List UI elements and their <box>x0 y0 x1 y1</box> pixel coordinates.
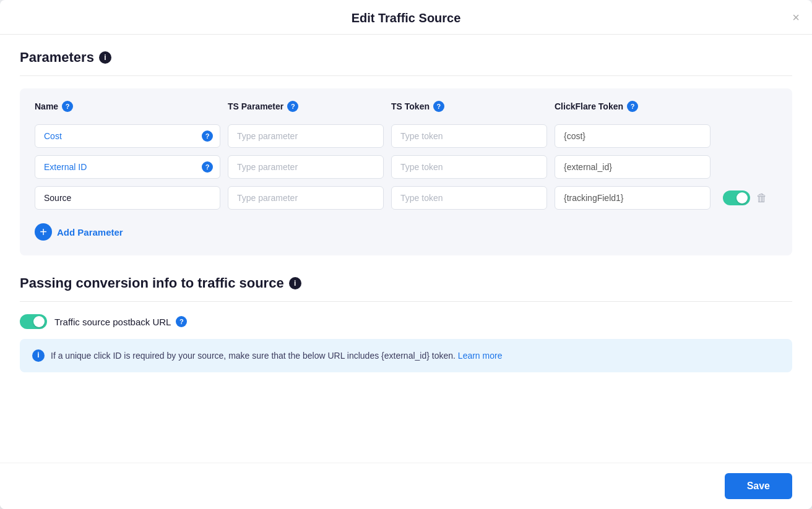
col-header-ts-token: TS Token ? <box>391 101 555 121</box>
name-input-0[interactable] <box>35 124 220 148</box>
row-toggle-label-2[interactable] <box>723 190 750 205</box>
row-toggle-2[interactable] <box>723 190 750 205</box>
delete-row-icon-2[interactable]: 🗑 <box>756 192 767 203</box>
learn-more-link[interactable]: Learn more <box>458 351 503 361</box>
clickflare-token-input-0[interactable] <box>555 124 710 148</box>
ts-parameter-col-help-icon[interactable]: ? <box>287 101 298 112</box>
name-input-1[interactable] <box>35 155 220 179</box>
col-header-clickflare-token: ClickFlare Token ? <box>555 101 777 121</box>
modal-header: Edit Traffic Source × <box>0 0 812 35</box>
table-row: ? <box>35 152 777 182</box>
ts-parameter-input-2[interactable] <box>228 186 384 210</box>
passing-section-info-icon[interactable]: i <box>289 277 301 289</box>
modal-title: Edit Traffic Source <box>352 11 461 25</box>
ts-parameter-input-0[interactable] <box>228 124 384 148</box>
parameters-info-icon[interactable]: i <box>99 51 111 64</box>
ts-token-input-0[interactable] <box>391 124 547 148</box>
col-header-name: Name ? <box>35 101 228 121</box>
params-table-container: Name ? TS Parameter ? <box>20 88 792 255</box>
table-row: ? <box>35 121 777 152</box>
passing-section-title: Passing conversion info to traffic sourc… <box>20 275 792 291</box>
parameters-section: Parameters i Name ? <box>20 49 792 255</box>
ts-token-input-1[interactable] <box>391 155 547 179</box>
postback-url-row: Traffic source postback URL ? <box>20 314 792 329</box>
close-button[interactable]: × <box>792 11 800 24</box>
ts-token-input-2[interactable] <box>391 186 547 210</box>
save-button[interactable]: Save <box>725 473 792 499</box>
postback-toggle-label[interactable] <box>20 314 47 329</box>
info-box: i If a unique click ID is required by yo… <box>20 339 792 372</box>
params-table: Name ? TS Parameter ? <box>35 101 777 213</box>
modal-footer: Save <box>0 463 812 509</box>
parameters-section-title: Parameters i <box>20 49 792 66</box>
edit-traffic-source-modal: Edit Traffic Source × Parameters i Name <box>0 0 812 509</box>
table-row: 🗑 <box>35 182 777 213</box>
row-actions-2: 🗑 <box>718 190 777 205</box>
passing-section-divider <box>20 301 792 302</box>
add-parameter-button[interactable]: + Add Parameter <box>35 223 123 241</box>
name-col-help-icon[interactable]: ? <box>62 101 73 112</box>
ts-parameter-input-1[interactable] <box>228 155 384 179</box>
name-input-2[interactable] <box>35 186 220 210</box>
section-divider <box>20 75 792 76</box>
name-row-help-icon-0[interactable]: ? <box>202 130 213 142</box>
postback-url-label: Traffic source postback URL ? <box>54 316 187 327</box>
info-box-text: If a unique click ID is required by your… <box>51 349 502 362</box>
passing-conversion-section: Passing conversion info to traffic sourc… <box>20 275 792 372</box>
postback-toggle[interactable] <box>20 314 47 329</box>
name-row-help-icon-1[interactable]: ? <box>202 161 213 173</box>
add-parameter-plus-icon: + <box>35 223 52 241</box>
postback-url-help-icon[interactable]: ? <box>176 316 187 327</box>
ts-token-col-help-icon[interactable]: ? <box>433 101 444 112</box>
modal-body: Parameters i Name ? <box>0 35 812 509</box>
clickflare-token-col-help-icon[interactable]: ? <box>627 101 638 112</box>
clickflare-token-input-1[interactable] <box>555 155 710 179</box>
col-header-ts-parameter: TS Parameter ? <box>228 101 391 121</box>
info-box-icon: i <box>32 349 45 362</box>
clickflare-token-input-2[interactable] <box>555 186 710 210</box>
